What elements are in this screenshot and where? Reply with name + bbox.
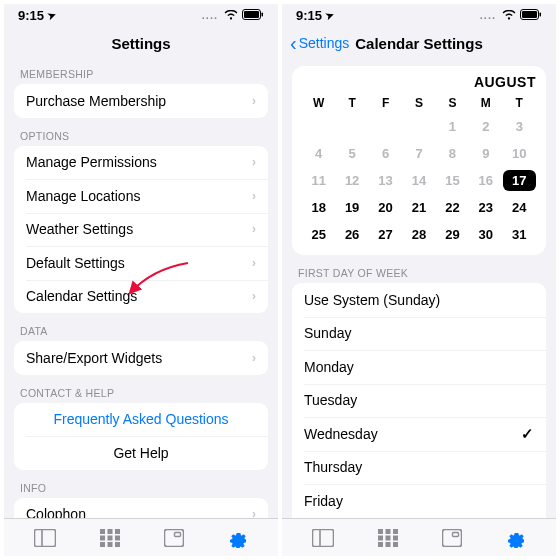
calendar-day[interactable]: 28 [402, 224, 435, 245]
calendar-day[interactable]: 14 [402, 170, 435, 191]
status-bar: 9:15 ➤ .... [282, 4, 556, 26]
svg-rect-19 [313, 529, 334, 546]
data-card: Share/Export Widgets › [14, 341, 268, 375]
calendar-day[interactable]: 13 [369, 170, 402, 191]
calendar-day[interactable]: 21 [402, 197, 435, 218]
row-label: Purchase Membership [26, 93, 166, 109]
tab-gear-icon[interactable] [228, 528, 248, 548]
chevron-right-icon: › [252, 189, 256, 203]
tab-bar [282, 518, 556, 556]
tab-sidebar-icon[interactable] [34, 529, 56, 547]
calendar-day[interactable]: 31 [503, 224, 536, 245]
first-day-option[interactable]: Monday [292, 350, 546, 384]
row-manage-permissions[interactable]: Manage Permissions › [14, 146, 268, 180]
row-label: Frequently Asked Questions [53, 411, 228, 427]
back-label: Settings [299, 35, 350, 51]
calendar-day[interactable]: 4 [302, 143, 335, 164]
calendar-day[interactable] [335, 116, 368, 137]
calendar-day[interactable]: 11 [302, 170, 335, 191]
calendar-day[interactable]: 3 [503, 116, 536, 137]
calendar-weekday: W [302, 96, 335, 110]
svg-rect-29 [393, 542, 398, 547]
row-purchase-membership[interactable]: Purchase Membership › [14, 84, 268, 118]
phone-left: 9:15 ➤ .... Settings MEMBERSHIP Purchase… [4, 4, 278, 556]
svg-rect-2 [262, 12, 264, 16]
row-label: Share/Export Widgets [26, 350, 162, 366]
calendar-weekday: M [469, 96, 502, 110]
status-dots: .... [202, 9, 218, 21]
row-colophon[interactable]: Colophon › [14, 498, 268, 519]
tab-detail-icon[interactable] [164, 529, 184, 547]
calendar-day[interactable]: 12 [335, 170, 368, 191]
tab-gear-icon[interactable] [506, 528, 526, 548]
tab-sidebar-icon[interactable] [312, 529, 334, 547]
calendar-day[interactable]: 30 [469, 224, 502, 245]
calendar-day[interactable]: 23 [469, 197, 502, 218]
first-day-option[interactable]: Thursday [292, 451, 546, 485]
tab-grid-icon[interactable] [100, 529, 120, 547]
first-day-option[interactable]: Tuesday [292, 384, 546, 418]
wifi-icon [224, 8, 238, 23]
calendar-day[interactable]: 8 [436, 143, 469, 164]
status-bar: 9:15 ➤ .... [4, 4, 278, 26]
option-label: Sunday [304, 325, 351, 341]
row-calendar-settings[interactable]: Calendar Settings › [14, 280, 268, 314]
first-day-option[interactable]: Use System (Sunday) [292, 283, 546, 317]
calendar-day[interactable]: 18 [302, 197, 335, 218]
tab-detail-icon[interactable] [442, 529, 462, 547]
calendar-day[interactable]: 29 [436, 224, 469, 245]
calendar-day[interactable]: 2 [469, 116, 502, 137]
calendar-day[interactable]: 27 [369, 224, 402, 245]
calendar-day[interactable]: 22 [436, 197, 469, 218]
calendar-day[interactable] [369, 116, 402, 137]
calendar-day[interactable]: 26 [335, 224, 368, 245]
svg-rect-17 [522, 11, 537, 18]
calendar-day[interactable]: 25 [302, 224, 335, 245]
back-button[interactable]: ‹ Settings [290, 33, 349, 53]
section-header-options: OPTIONS [14, 118, 268, 146]
status-dots: .... [480, 9, 496, 21]
calendar-day[interactable]: 24 [503, 197, 536, 218]
chevron-right-icon: › [252, 351, 256, 365]
calendar-day[interactable]: 1 [436, 116, 469, 137]
calendar-day[interactable]: 10 [503, 143, 536, 164]
first-day-option[interactable]: Saturday [292, 518, 546, 519]
tab-grid-icon[interactable] [378, 529, 398, 547]
first-day-option[interactable]: Sunday [292, 317, 546, 351]
option-label: Use System (Sunday) [304, 292, 440, 308]
row-default-settings[interactable]: Default Settings › [14, 246, 268, 280]
calendar-day[interactable]: 20 [369, 197, 402, 218]
svg-rect-5 [100, 529, 105, 534]
section-header-info: INFO [14, 470, 268, 498]
row-manage-locations[interactable]: Manage Locations › [14, 179, 268, 213]
row-label: Calendar Settings [26, 288, 137, 304]
calendar-day[interactable]: 6 [369, 143, 402, 164]
svg-rect-27 [378, 542, 383, 547]
calendar-day[interactable]: 9 [469, 143, 502, 164]
option-label: Tuesday [304, 392, 357, 408]
svg-rect-10 [115, 535, 120, 540]
calendar-weekday: S [402, 96, 435, 110]
settings-content: MEMBERSHIP Purchase Membership › OPTIONS… [4, 60, 278, 518]
page-title: Calendar Settings [355, 35, 483, 52]
membership-card: Purchase Membership › [14, 84, 268, 118]
row-get-help[interactable]: Get Help [14, 436, 268, 470]
calendar-day[interactable]: 15 [436, 170, 469, 191]
calendar-day[interactable]: 19 [335, 197, 368, 218]
row-faq[interactable]: Frequently Asked Questions [14, 403, 268, 437]
calendar-preview: AUGUST WTFSSMT12345678910111213141516171… [292, 66, 546, 255]
calendar-day[interactable]: 17 [503, 170, 536, 191]
first-day-option[interactable]: Friday [292, 484, 546, 518]
chevron-left-icon: ‹ [290, 33, 297, 53]
calendar-day[interactable] [302, 116, 335, 137]
calendar-day[interactable]: 7 [402, 143, 435, 164]
calendar-day[interactable]: 16 [469, 170, 502, 191]
first-day-option[interactable]: Wednesday✓ [292, 417, 546, 451]
row-weather-settings[interactable]: Weather Settings › [14, 213, 268, 247]
status-time: 9:15 [296, 8, 322, 23]
svg-rect-22 [386, 529, 391, 534]
row-share-export-widgets[interactable]: Share/Export Widgets › [14, 341, 268, 375]
calendar-day[interactable]: 5 [335, 143, 368, 164]
calendar-day[interactable] [402, 116, 435, 137]
contact-card: Frequently Asked Questions Get Help [14, 403, 268, 470]
